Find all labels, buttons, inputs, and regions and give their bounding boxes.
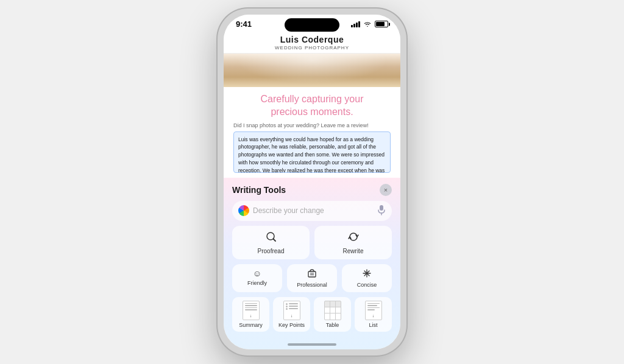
apple-intelligence-icon <box>238 205 249 216</box>
describe-change-input-row[interactable]: Describe your change <box>232 201 392 221</box>
microphone-icon[interactable] <box>377 205 386 217</box>
professional-label: Professional <box>297 282 327 288</box>
rewrite-label: Rewrite <box>343 248 364 254</box>
review-text-box[interactable]: Luis was everything we could have hoped … <box>233 131 391 173</box>
svg-rect-4 <box>308 271 316 277</box>
key-points-label: Key Points <box>278 322 305 328</box>
status-bar: 9:41 <box>224 15 400 31</box>
site-subtitle: Wedding Photography <box>230 45 394 51</box>
key-points-icon: ↓ <box>283 301 300 320</box>
proofread-label: Proofread <box>258 248 285 254</box>
summary-label: Summary <box>239 322 263 328</box>
list-label: List <box>369 322 377 328</box>
signal-icon <box>351 21 360 27</box>
status-icons <box>351 21 388 28</box>
friendly-label: Friendly <box>247 280 267 286</box>
main-tools-row: Proofread Rewrite <box>232 226 392 259</box>
proofread-icon <box>265 231 277 245</box>
svg-rect-0 <box>380 205 383 211</box>
friendly-icon: ☺ <box>253 268 261 278</box>
list-icon: ↓ <box>365 301 382 320</box>
proofread-button[interactable]: Proofread <box>232 226 310 259</box>
status-time: 9:41 <box>236 19 252 29</box>
concise-button[interactable]: Concise <box>342 264 392 292</box>
dynamic-island <box>285 18 339 32</box>
summary-button[interactable]: ↓ Summary <box>232 297 269 332</box>
table-label: Table <box>326 322 339 328</box>
list-button[interactable]: ↓ List <box>355 297 392 332</box>
tagline: Carefully capturing your precious moment… <box>233 93 391 119</box>
table-button[interactable]: Table <box>314 297 351 332</box>
friendly-button[interactable]: ☺ Friendly <box>232 264 282 292</box>
rewrite-button[interactable]: Rewrite <box>314 226 392 259</box>
writing-tools-panel: Writing Tools × Describe your change <box>224 178 400 349</box>
hero-image <box>224 54 400 87</box>
table-icon <box>324 301 341 320</box>
phone-screen: 9:41 <box>224 15 400 349</box>
website-header: Luis Coderque Wedding Photography <box>224 31 400 54</box>
professional-button[interactable]: Professional <box>287 264 337 292</box>
writing-tools-header: Writing Tools × <box>232 184 392 196</box>
professional-icon <box>307 268 317 280</box>
review-prompt: Did I snap photos at your wedding? Leave… <box>233 122 391 128</box>
describe-change-placeholder[interactable]: Describe your change <box>253 206 374 215</box>
close-button[interactable]: × <box>380 184 392 196</box>
tone-tools-row: ☺ Friendly Professional <box>232 264 392 292</box>
phone-frame: 9:41 <box>218 9 406 355</box>
writing-tools-title: Writing Tools <box>232 185 286 195</box>
site-title: Luis Coderque <box>230 35 394 44</box>
home-indicator <box>288 343 336 346</box>
key-points-button[interactable]: ↓ Key Points <box>273 297 310 332</box>
wifi-icon <box>363 21 372 28</box>
website-content: Carefully capturing your precious moment… <box>224 87 400 178</box>
summary-icon: ↓ <box>243 301 260 320</box>
battery-icon <box>375 21 388 27</box>
concise-icon <box>362 268 372 280</box>
doc-tools-row: ↓ Summary ↓ Key Points <box>232 297 392 332</box>
rewrite-icon <box>347 231 360 245</box>
concise-label: Concise <box>357 282 377 288</box>
svg-line-3 <box>273 239 275 241</box>
